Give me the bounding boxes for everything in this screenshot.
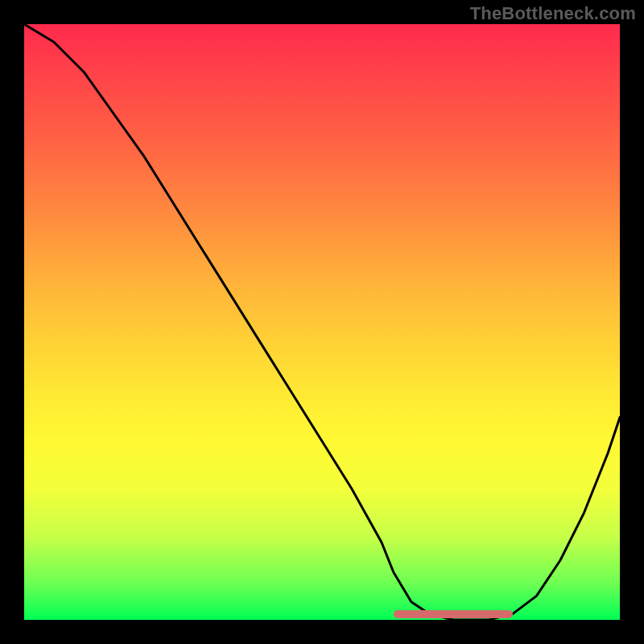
chart-frame: TheBottleneck.com [0, 0, 644, 644]
bottleneck-curve-path [24, 24, 620, 620]
curve-svg [24, 24, 620, 620]
flat-minimum-highlight [394, 610, 513, 618]
watermark-text: TheBottleneck.com [470, 3, 636, 24]
gradient-plot-area [24, 24, 620, 620]
